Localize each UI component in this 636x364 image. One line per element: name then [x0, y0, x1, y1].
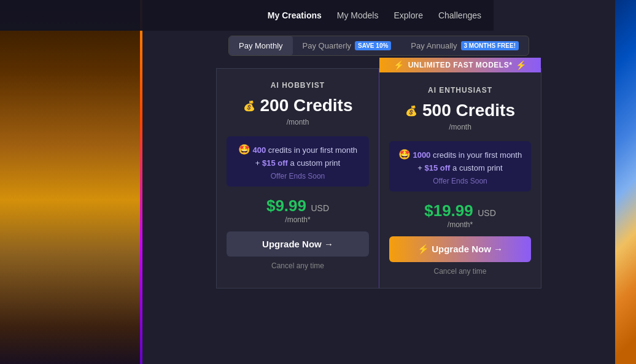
hobbyist-price: $9.99 — [266, 196, 306, 215]
pay-annually-label: Pay Annually — [411, 41, 457, 50]
main-content: Pay Monthly Pay Quarterly SAVE 10% Pay A… — [142, 0, 615, 364]
hobbyist-offer-ends: Offer Ends Soon — [235, 172, 360, 180]
hobbyist-promo-highlight: 400 — [253, 145, 266, 155]
hobbyist-credits: 200 Credits — [260, 96, 353, 115]
enthusiast-price: $19.99 — [424, 201, 473, 220]
enthusiast-promo-body: credits in your first month — [433, 150, 522, 160]
hobbyist-promo-text: 🤩 400 credits in your first month + $15 … — [235, 142, 360, 169]
hobbyist-promo-emoji: 🤩 — [238, 144, 250, 155]
nav-challenges[interactable]: Challenges — [438, 10, 481, 20]
enthusiast-upgrade-btn[interactable]: ⚡ Upgrade Now → — [389, 236, 531, 262]
enthusiast-title: AI ENTHUSIAST — [428, 86, 492, 95]
pay-quarterly-btn[interactable]: Pay Quarterly SAVE 10% — [293, 36, 401, 55]
hobbyist-card: AI HOBBYIST 💰 200 Credits /month 🤩 400 c… — [216, 68, 379, 288]
enthusiast-promo-text: 🤩 1000 credits in your first month + $15… — [398, 147, 522, 174]
enthusiast-promo-suffix: a custom print — [452, 163, 503, 172]
enthusiast-offer-ends: Offer Ends Soon — [398, 177, 522, 185]
hobbyist-price-section: $9.99 USD /month* — [266, 196, 329, 224]
nav-links: My Creations My Models Explore Challenge… — [268, 10, 481, 20]
hobbyist-promo-suffix: a custom print — [290, 158, 341, 168]
bg-left — [0, 0, 141, 364]
enthusiast-card: ⚡ UNLIMITED FAST MODELS* ⚡ AI ENTHUSIAST… — [379, 68, 541, 288]
unlimited-banner: ⚡ UNLIMITED FAST MODELS* ⚡ — [379, 58, 541, 72]
pay-quarterly-label: Pay Quarterly — [303, 41, 351, 50]
nav-my-models[interactable]: My Models — [337, 10, 379, 20]
hobbyist-promo-body: credits in your first month — [268, 145, 357, 155]
enthusiast-cancel-text: Cancel any time — [433, 267, 486, 276]
hobbyist-title: AI HOBBYIST — [271, 81, 325, 90]
hobbyist-credits-line: 💰 200 Credits — [243, 96, 353, 115]
enthusiast-promo-emoji: 🤩 — [398, 149, 411, 160]
navbar: NightCafe My Creations My Models Explore… — [0, 0, 494, 31]
enthusiast-price-section: $19.99 USD /month* — [424, 201, 496, 229]
lightning-left: ⚡ — [394, 60, 405, 70]
enthusiast-credits-line: 💰 500 Credits — [405, 101, 515, 120]
save-badge: SAVE 10% — [355, 41, 391, 50]
enthusiast-promo-highlight: 1000 — [413, 150, 430, 160]
hobbyist-price-per-month: /month* — [266, 215, 329, 224]
enthusiast-discount: $15 off — [425, 163, 451, 172]
billing-toggle: Pay Monthly Pay Quarterly SAVE 10% Pay A… — [228, 36, 529, 56]
hobbyist-discount: $15 off — [262, 158, 288, 168]
lightning-right: ⚡ — [516, 60, 527, 70]
hobbyist-promo-box: 🤩 400 credits in your first month + $15 … — [227, 136, 369, 187]
nav-my-creations[interactable]: My Creations — [268, 10, 322, 20]
accent-bar — [140, 0, 142, 364]
hobbyist-per-month: /month — [287, 118, 309, 126]
free-badge: 3 MONTHS FREE! — [461, 41, 519, 50]
enthusiast-promo-box: 🤩 1000 credits in your first month + $15… — [389, 141, 531, 192]
hobbyist-price-usd: USD — [311, 203, 329, 213]
pay-annually-btn[interactable]: Pay Annually 3 MONTHS FREE! — [401, 36, 529, 55]
enthusiast-price-usd: USD — [478, 208, 496, 218]
enthusiast-emoji: 💰 — [405, 105, 417, 117]
hobbyist-upgrade-btn[interactable]: Upgrade Now → — [227, 231, 369, 257]
pricing-section: Pay Monthly Pay Quarterly SAVE 10% Pay A… — [142, 36, 615, 288]
hobbyist-cancel-text: Cancel any time — [271, 261, 324, 270]
nav-explore[interactable]: Explore — [394, 10, 422, 20]
hobbyist-emoji: 💰 — [243, 100, 255, 112]
enthusiast-price-per-month: /month* — [424, 220, 496, 229]
unlimited-text: UNLIMITED FAST MODELS* — [408, 61, 513, 69]
enthusiast-credits: 500 Credits — [422, 101, 515, 120]
enthusiast-per-month: /month — [449, 123, 471, 131]
pay-monthly-btn[interactable]: Pay Monthly — [229, 36, 293, 55]
pricing-cards: AI HOBBYIST 💰 200 Credits /month 🤩 400 c… — [216, 68, 541, 288]
